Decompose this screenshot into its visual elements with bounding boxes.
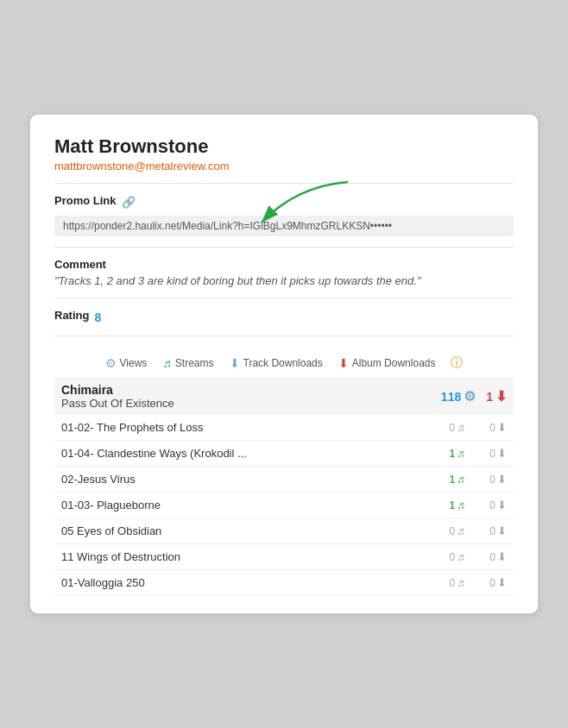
info-icon[interactable]: ⓘ: [451, 355, 463, 371]
track-row: 01-02- The Prophets of Loss 0 ♬ 0 ⬇: [54, 415, 514, 441]
track-streams-count: 0: [450, 551, 456, 563]
track-dl-count: 0: [489, 525, 495, 537]
track-streams-count: 1: [450, 474, 456, 486]
track-name: 02-Jesus Virus: [61, 473, 136, 486]
album-dl-icon: ⬇: [338, 356, 349, 370]
wave-icon: ♬: [457, 447, 465, 460]
views-label: Views: [120, 357, 148, 369]
track-row: 01-03- Plagueborne 1 ♬ 0 ⬇: [54, 493, 514, 518]
album-views-icon: ⚙: [464, 388, 476, 405]
views-icon: ⚙: [105, 356, 117, 370]
promo-link-input[interactable]: https://ponder2.haulix.net/Media/Link?h=…: [54, 216, 514, 236]
track-streams: 0 ♬: [432, 421, 465, 434]
track-streams-count: 1: [450, 448, 456, 460]
track-streams: 1 ♬: [432, 473, 465, 486]
download-icon: ⬇: [497, 576, 507, 589]
track-row: 01-Valloggia 250 0 ♬ 0 ⬇: [54, 570, 514, 596]
rating-row: Rating 8: [54, 309, 514, 325]
track-downloads: 0 ⬇: [474, 576, 507, 589]
track-rows-table: 01-02- The Prophets of Loss 0 ♬ 0 ⬇ 01-0…: [54, 415, 514, 596]
download-icon: ⬇: [497, 421, 507, 434]
track-dl-label: Track Downloads: [243, 357, 323, 369]
track-row: 05 Eyes of Obsidian 0 ♬ 0 ⬇: [54, 518, 514, 544]
track-stats: 1 ♬ 0 ⬇: [360, 447, 507, 460]
divider-2: [54, 247, 514, 248]
promo-link-label: Promo Link: [54, 194, 117, 207]
track-name: 01-02- The Prophets of Loss: [61, 421, 204, 434]
track-streams: 0 ♬: [432, 576, 465, 589]
link-icon: 🔗: [122, 196, 136, 209]
track-row: 02-Jesus Virus 1 ♬ 0 ⬇: [54, 467, 514, 493]
streams-label: Streams: [175, 357, 214, 369]
views-header: ⚙ Views: [105, 356, 148, 370]
track-dl-count: 0: [489, 474, 495, 486]
album-views-count: 118: [441, 390, 461, 404]
track-streams-count: 0: [450, 422, 456, 434]
track-streams: 1 ♬: [432, 447, 465, 460]
track-dl-count: 0: [489, 551, 495, 563]
track-downloads: 0 ⬇: [474, 524, 507, 537]
track-stats: 0 ♬ 0 ⬇: [360, 550, 507, 563]
track-dl-count: 0: [489, 499, 495, 511]
track-downloads: 0 ⬇: [474, 473, 507, 486]
track-downloads: 0 ⬇: [474, 550, 507, 563]
track-dl-count: 0: [489, 448, 495, 460]
comment-text: "Tracks 1, 2 and 3 are kind of boring bu…: [54, 274, 514, 287]
album-views: 118 ⚙: [441, 388, 476, 405]
album-artist: Chimaira: [61, 383, 346, 397]
track-downloads: 0 ⬇: [474, 421, 507, 434]
track-dl-header: ⬇ Track Downloads: [230, 356, 323, 370]
download-icon: ⬇: [497, 499, 507, 511]
wave-icon: ♬: [457, 550, 465, 563]
album-title: Pass Out Of Existence: [61, 397, 346, 410]
wave-icon: ♬: [457, 473, 465, 486]
stats-header: ⚙ Views ♬ Streams ⬇ Track Downloads ⬇ Al…: [54, 347, 514, 378]
download-icon: ⬇: [497, 550, 507, 563]
main-card: Matt Brownstone mattbrownstone@metalrevi…: [29, 114, 539, 614]
download-icon: ⬇: [497, 473, 507, 486]
streams-header: ♬ Streams: [162, 356, 213, 370]
track-name: 05 Eyes of Obsidian: [61, 524, 161, 537]
divider-1: [54, 183, 514, 184]
download-icon: ⬇: [497, 524, 507, 537]
track-streams: 1 ♬: [432, 499, 465, 511]
rating-value: 8: [94, 311, 101, 324]
track-streams: 0 ♬: [432, 524, 465, 537]
album-header-row: Chimaira Pass Out Of Existence 118 ⚙ 1 ⬇: [54, 378, 514, 415]
track-name: 11 Wings of Destruction: [61, 550, 180, 563]
album-dl-count: 1: [486, 390, 493, 404]
track-name: 01-Valloggia 250: [61, 576, 145, 589]
wave-icon: ♬: [457, 499, 465, 511]
track-streams-count: 0: [450, 577, 456, 589]
track-stats: 0 ♬ 0 ⬇: [360, 576, 507, 589]
album-dl-arrow: ⬇: [495, 388, 507, 405]
track-streams-count: 1: [450, 499, 456, 511]
track-downloads: 0 ⬇: [474, 447, 507, 460]
rating-label: Rating: [54, 309, 89, 322]
track-row: 01-04- Clandestine Ways (Krokodil ... 1 …: [54, 441, 514, 467]
track-stats: 1 ♬ 0 ⬇: [360, 499, 507, 511]
user-name: Matt Brownstone: [54, 135, 514, 158]
album-downloads: 1 ⬇: [486, 388, 507, 405]
streams-icon: ♬: [162, 356, 172, 370]
track-row: 11 Wings of Destruction 0 ♬ 0 ⬇: [54, 544, 514, 570]
album-stats: 118 ⚙ 1 ⬇: [360, 388, 507, 405]
track-dl-icon: ⬇: [230, 356, 240, 370]
arrow-container: https://ponder2.haulix.net/Media/Link?h=…: [54, 216, 514, 236]
wave-icon: ♬: [457, 524, 465, 537]
track-streams: 0 ♬: [432, 550, 465, 563]
divider-3: [54, 298, 514, 298]
album-dl-header: ⬇ Album Downloads: [338, 356, 436, 370]
user-email: mattbrownstone@metalreview.com: [54, 160, 514, 173]
comment-label: Comment: [54, 258, 514, 271]
track-dl-count: 0: [489, 577, 495, 589]
divider-4: [54, 336, 514, 336]
track-stats: 0 ♬ 0 ⬇: [360, 524, 507, 537]
download-icon: ⬇: [497, 447, 507, 460]
wave-icon: ♬: [457, 576, 465, 589]
track-name: 01-04- Clandestine Ways (Krokodil ...: [61, 447, 247, 460]
track-dl-count: 0: [489, 422, 495, 434]
track-name: 01-03- Plagueborne: [61, 499, 161, 511]
track-streams-count: 0: [450, 525, 456, 537]
track-stats: 0 ♬ 0 ⬇: [360, 421, 507, 434]
